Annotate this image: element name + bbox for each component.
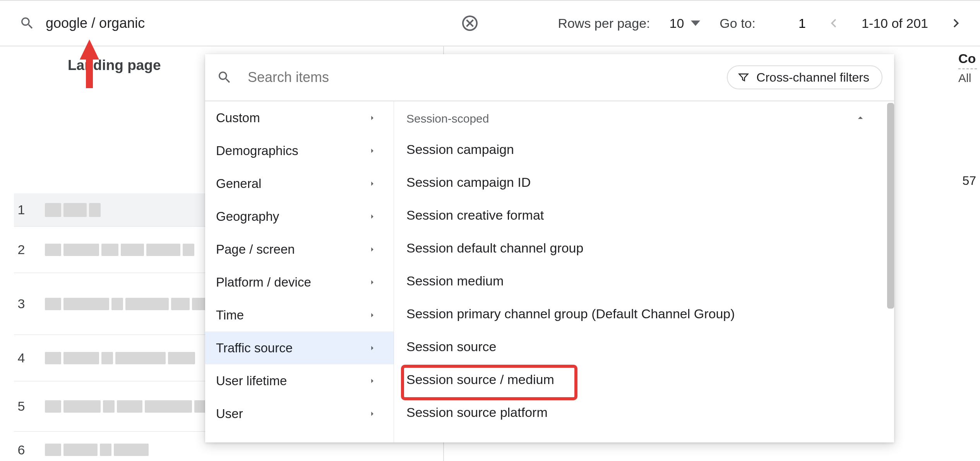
- dimension-section-header[interactable]: Session-scoped: [394, 112, 894, 133]
- category-item[interactable]: Platform / device: [205, 266, 394, 299]
- dimension-list: Session-scoped Session campaignSession c…: [394, 101, 894, 442]
- category-item[interactable]: Traffic source: [205, 331, 394, 364]
- chevron-right-icon: [368, 308, 377, 323]
- redacted-cell: [45, 437, 149, 461]
- category-item[interactable]: User: [205, 397, 394, 430]
- chevron-right-icon: [368, 374, 377, 388]
- dimension-search-input[interactable]: [248, 69, 711, 85]
- dimension-item[interactable]: Session source / medium: [394, 363, 894, 396]
- category-item[interactable]: Page / screen: [205, 233, 394, 266]
- prev-page-button[interactable]: [825, 15, 842, 32]
- dimension-item[interactable]: Session campaign ID: [394, 166, 894, 199]
- category-item[interactable]: Geography: [205, 200, 394, 233]
- column-value-right: 57: [962, 174, 976, 188]
- chevron-right-icon: [368, 406, 377, 421]
- category-item[interactable]: User lifetime: [205, 364, 394, 397]
- dimension-item[interactable]: Session primary channel group (Default C…: [394, 297, 894, 330]
- chevron-right-icon: [368, 341, 377, 355]
- dimension-item[interactable]: Session source platform: [394, 396, 894, 429]
- chevron-right-icon: [368, 111, 377, 125]
- dimension-item[interactable]: Session medium: [394, 265, 894, 297]
- table-toolbar: Rows per page: 10 Go to: 1-10 of 201: [0, 0, 980, 46]
- redacted-cell: [45, 291, 227, 317]
- dimension-item[interactable]: Session campaign: [394, 133, 894, 166]
- next-page-button[interactable]: [947, 15, 965, 32]
- scrollbar-thumb[interactable]: [887, 103, 894, 309]
- rows-per-page-label: Rows per page:: [558, 16, 650, 31]
- dimension-item[interactable]: Session default channel group: [394, 232, 894, 265]
- page-range: 1-10 of 201: [862, 16, 928, 31]
- dimension-picker-popover: Cross-channel filters CustomDemographics…: [205, 54, 894, 442]
- filter-icon: [738, 72, 749, 83]
- redacted-cell: [45, 237, 194, 263]
- chevron-down-icon: [691, 20, 700, 26]
- chevron-right-icon: [368, 143, 377, 158]
- category-item[interactable]: General: [205, 167, 394, 200]
- cross-channel-filters-toggle[interactable]: Cross-channel filters: [727, 65, 882, 89]
- redacted-cell: [45, 345, 195, 371]
- search-input[interactable]: [46, 15, 453, 31]
- dimension-item[interactable]: Session source: [394, 330, 894, 363]
- search-icon: [19, 15, 35, 31]
- redacted-cell: [45, 393, 215, 420]
- chevron-right-icon: [368, 176, 377, 191]
- category-list: CustomDemographicsGeneralGeographyPage /…: [205, 101, 394, 442]
- chevron-up-icon: [855, 112, 866, 125]
- dimension-item[interactable]: Session creative format: [394, 199, 894, 232]
- rows-per-page-select[interactable]: 10: [670, 16, 701, 31]
- chevron-right-icon: [368, 209, 377, 224]
- redacted-cell: [45, 196, 101, 224]
- search-icon: [217, 70, 232, 85]
- category-item[interactable]: Time: [205, 299, 394, 331]
- goto-label: Go to:: [720, 16, 756, 31]
- chevron-right-icon: [368, 242, 377, 257]
- category-item[interactable]: Custom: [205, 101, 394, 134]
- clear-search-button[interactable]: [461, 14, 479, 32]
- column-header-right[interactable]: Co All: [958, 51, 977, 85]
- goto-input[interactable]: [775, 16, 806, 31]
- rows-per-page-value: 10: [670, 16, 684, 31]
- column-header-landing-page[interactable]: Landing page: [68, 57, 161, 73]
- chevron-right-icon: [368, 275, 377, 290]
- category-item[interactable]: Demographics: [205, 134, 394, 167]
- report-area: Landing page Co All 57 1 2 3: [0, 46, 980, 54]
